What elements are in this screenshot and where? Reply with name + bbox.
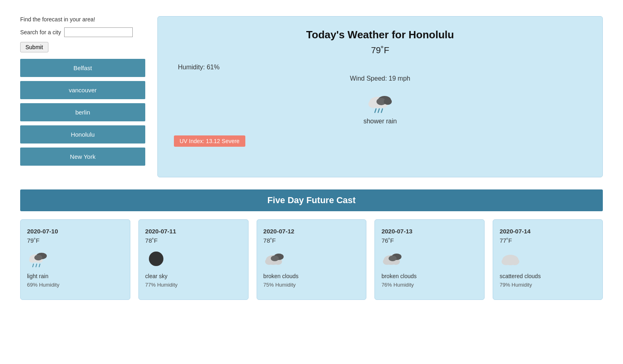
forecast-temp: 79˚F [27, 237, 123, 244]
search-label: Search for a city [20, 29, 61, 35]
forecast-humidity: 79% Humidity [500, 282, 596, 288]
sidebar: Find the forecast in your area! Search f… [20, 16, 145, 177]
current-weather-card: Today's Weather for Honolulu 79˚F Humidi… [157, 16, 603, 177]
forecast-condition: broken clouds [381, 273, 478, 279]
forecast-date: 2020-07-10 [27, 228, 123, 235]
svg-point-27 [389, 256, 397, 261]
forecast-temp: 78˚F [263, 237, 360, 244]
forecast-date: 2020-07-11 [145, 228, 242, 235]
forecast-condition: scattered clouds [500, 273, 596, 279]
weather-temp: 79˚F [174, 45, 586, 56]
forecast-date: 2020-07-14 [500, 228, 596, 235]
five-day-section: Five Day Future Cast 2020-07-10 79˚F lig… [0, 189, 623, 316]
uv-badge: UV Index: 13.12 Severe [174, 135, 245, 147]
forecast-temp: 77˚F [500, 237, 596, 244]
svg-point-22 [271, 256, 279, 261]
forecast-humidity: 77% Humidity [145, 282, 242, 288]
submit-button[interactable]: Submit [20, 42, 48, 52]
forecast-humidity: 76% Humidity [381, 282, 478, 288]
svg-line-7 [378, 109, 379, 112]
five-day-header: Five Day Future Cast [20, 189, 603, 211]
forecast-card-5: 2020-07-14 77˚F scattered clouds 79% Hum… [493, 219, 603, 300]
sidebar-title: Find the forecast in your area! [20, 16, 145, 23]
svg-line-6 [375, 109, 376, 112]
forecast-cards: 2020-07-10 79˚F light rain 69% Humidity … [20, 219, 603, 300]
svg-point-29 [502, 258, 510, 265]
forecast-condition: clear sky [145, 273, 242, 279]
forecast-temp: 78˚F [145, 237, 242, 244]
weather-title: Today's Weather for Honolulu [174, 29, 586, 41]
forecast-card-4: 2020-07-13 76˚F broken clouds 76% Humidi… [374, 219, 485, 300]
forecast-humidity: 75% Humidity [263, 282, 360, 288]
weather-wind: Wind Speed: 19 mph [174, 75, 586, 82]
forecast-card-2: 2020-07-11 78˚F clear sky 77% Humidity [138, 219, 249, 300]
city-button-berlin[interactable]: berlin [20, 103, 145, 121]
forecast-condition: broken clouds [263, 273, 360, 279]
svg-line-16 [39, 264, 40, 267]
svg-line-14 [33, 264, 33, 267]
forecast-icon [145, 249, 242, 269]
svg-line-8 [381, 109, 383, 112]
forecast-temp: 76˚F [381, 237, 478, 244]
forecast-icon [263, 249, 360, 269]
svg-point-5 [384, 98, 392, 105]
forecast-date: 2020-07-12 [263, 228, 360, 235]
city-button-new-york[interactable]: New York [20, 148, 145, 166]
weather-icon-area: shower rain [174, 90, 586, 125]
forecast-card-3: 2020-07-12 78˚F broken clouds 75% Humidi… [257, 219, 367, 300]
weather-humidity: Humidity: 61% [178, 64, 586, 71]
forecast-humidity: 69% Humidity [27, 282, 123, 288]
forecast-icon [27, 249, 123, 269]
forecast-condition: light rain [27, 273, 123, 279]
city-buttons-list: BelfastvancouverberlinHonoluluNew York [20, 59, 145, 166]
city-button-vancouver[interactable]: vancouver [20, 81, 145, 99]
city-button-belfast[interactable]: Belfast [20, 59, 145, 77]
forecast-card-1: 2020-07-10 79˚F light rain 69% Humidity [20, 219, 130, 300]
city-button-honolulu[interactable]: Honolulu [20, 125, 145, 144]
svg-point-17 [149, 252, 163, 266]
svg-line-15 [36, 264, 37, 267]
forecast-icon [381, 249, 478, 269]
weather-condition: shower rain [364, 118, 397, 125]
svg-point-13 [34, 255, 42, 260]
forecast-icon [500, 249, 596, 269]
shower-rain-icon [366, 90, 394, 114]
forecast-date: 2020-07-13 [381, 228, 478, 235]
search-input[interactable] [64, 27, 133, 37]
svg-point-30 [510, 258, 519, 265]
